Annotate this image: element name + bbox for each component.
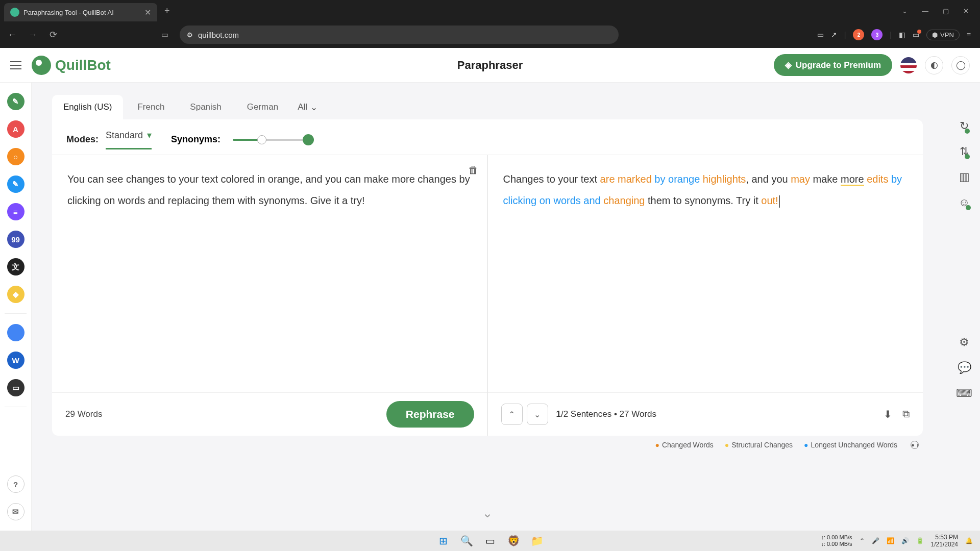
battery-icon[interactable]: 🔋 <box>916 537 924 544</box>
account-icon[interactable]: ◯ <box>951 56 970 74</box>
share-icon[interactable]: ↗ <box>831 31 837 39</box>
feedback-icon[interactable]: 💬 <box>958 361 971 374</box>
wifi-icon[interactable]: 📶 <box>887 537 894 544</box>
output-word[interactable]: edits <box>867 173 888 185</box>
tab-overview-icon[interactable]: ⌄ <box>902 7 908 15</box>
brave-rewards-icon[interactable]: 3 <box>871 29 883 40</box>
rephrase-button[interactable]: Rephrase <box>386 401 474 428</box>
language-flag-icon[interactable] <box>900 57 917 73</box>
logo-text: QuillBot <box>55 57 111 73</box>
hamburger-menu[interactable] <box>10 61 21 69</box>
input-text[interactable]: You can see changes to your text colored… <box>67 168 472 211</box>
rail-tool-2[interactable]: ○ <box>7 148 24 165</box>
clock[interactable]: 5:53 PM1/21/2024 <box>931 534 958 548</box>
volume-icon[interactable]: 🔊 <box>901 537 909 544</box>
forward-icon[interactable]: → <box>26 30 40 40</box>
output-word[interactable]: out! <box>761 195 778 206</box>
output-word[interactable]: make <box>810 173 841 185</box>
rail-tool-5[interactable]: 99 <box>7 231 24 248</box>
dropdown-arrow-icon: ▾ <box>147 130 152 141</box>
lang-tab-german[interactable]: German <box>236 95 289 119</box>
new-tab-button[interactable]: + <box>164 6 170 16</box>
legend-info-icon[interactable]: i <box>911 441 919 449</box>
copy-icon[interactable]: ⧉ <box>902 408 910 420</box>
site-settings-icon[interactable]: ⚙ <box>187 31 193 39</box>
menu-icon[interactable]: ≡ <box>967 31 971 39</box>
prev-sentence-button[interactable]: ⌃ <box>501 404 523 425</box>
output-word[interactable]: changing <box>603 195 645 206</box>
rail-tool-10[interactable]: ▭ <box>7 379 24 396</box>
rail-tool-0[interactable]: ✎ <box>7 93 24 110</box>
output-word[interactable]: may <box>791 173 810 185</box>
output-word[interactable]: more <box>841 173 864 186</box>
lang-tab-french[interactable]: French <box>126 95 176 119</box>
tab-close-icon[interactable]: ✕ <box>144 8 151 17</box>
reload-icon[interactable]: ⟳ <box>46 29 60 40</box>
mail-icon[interactable]: ✉ <box>7 503 24 520</box>
expand-down-icon[interactable]: ⌄ <box>482 506 493 520</box>
address-bar[interactable]: ⚙ quillbot.com <box>180 26 619 44</box>
output-word[interactable]: highlights <box>703 173 746 185</box>
slider-max-icon[interactable] <box>303 134 314 145</box>
left-tool-rail: ✎A○✎≡99文◆W▭?✉ <box>0 83 32 531</box>
rail-tool-6[interactable]: 文 <box>7 258 24 276</box>
task-view-icon[interactable]: ▭ <box>481 532 499 549</box>
rail-tool-4[interactable]: ≡ <box>7 203 24 220</box>
rail-tool-9[interactable]: W <box>7 352 24 369</box>
lang-tab-english[interactable]: English (US) <box>52 95 123 119</box>
bookmark-icon[interactable]: ▭ <box>161 30 168 39</box>
keyboard-icon[interactable]: ⌨ <box>956 387 972 400</box>
explorer-icon[interactable]: 📁 <box>528 532 546 549</box>
upgrade-button[interactable]: ◈ Upgrade to Premium <box>774 54 892 76</box>
rail-tool-7[interactable]: ◆ <box>7 286 24 303</box>
lang-all-dropdown[interactable]: All ⌄ <box>298 95 317 119</box>
output-word[interactable]: , and you <box>746 173 791 185</box>
tray-chevron-icon[interactable]: ⌃ <box>860 537 865 544</box>
wallet-icon[interactable]: ▭ <box>913 31 919 39</box>
close-window-icon[interactable]: ✕ <box>963 7 969 15</box>
lang-tab-spanish[interactable]: Spanish <box>179 95 232 119</box>
maximize-icon[interactable]: ▢ <box>943 7 949 15</box>
settings-icon[interactable]: ⚙ <box>959 336 969 349</box>
tone-icon[interactable]: ☺ <box>959 196 970 209</box>
minimize-icon[interactable]: — <box>922 7 928 15</box>
rail-tool-1[interactable]: A <box>7 120 24 138</box>
slider-thumb[interactable] <box>257 135 266 144</box>
output-word[interactable]: them to synonyms. Try it <box>645 195 761 206</box>
output-word[interactable]: by orange <box>652 173 703 185</box>
rail-tool-3[interactable]: ✎ <box>7 176 24 193</box>
dark-mode-icon[interactable]: ◐ <box>925 56 943 74</box>
brave-taskbar-icon[interactable]: 🦁 <box>505 532 522 549</box>
synonyms-slider[interactable] <box>233 139 309 141</box>
delete-icon[interactable]: 🗑 <box>468 164 478 176</box>
next-sentence-button[interactable]: ⌄ <box>527 404 548 425</box>
help-icon[interactable]: ? <box>7 475 24 493</box>
sentence-counter: 1/2 Sentences • 27 Words <box>556 409 657 419</box>
mode-selector[interactable]: Standard ▾ <box>106 130 152 149</box>
rail-tool-8[interactable] <box>7 324 24 341</box>
compare-icon[interactable]: ⇅ <box>960 145 969 158</box>
input-column: 🗑 You can see changes to your text color… <box>52 155 488 392</box>
pip-icon[interactable]: ▭ <box>817 31 824 39</box>
back-icon[interactable]: ← <box>5 30 19 40</box>
tab-title: Paraphrasing Tool - QuillBot AI <box>23 9 140 16</box>
page-title: Paraphraser <box>457 59 523 72</box>
start-icon[interactable]: ⊞ <box>434 532 452 549</box>
notifications-icon[interactable]: 🔔 <box>965 537 973 544</box>
legend-structural: Structural Changes <box>725 441 793 449</box>
history-icon[interactable]: ↻ <box>960 119 969 133</box>
search-icon[interactable]: 🔍 <box>458 532 475 549</box>
browser-tab[interactable]: Paraphrasing Tool - QuillBot AI ✕ <box>4 3 157 21</box>
synonyms-label: Synonyms: <box>171 134 220 145</box>
microphone-icon[interactable]: 🎤 <box>872 537 879 544</box>
brave-shield-icon[interactable]: 2 <box>853 29 864 40</box>
sidebar-toggle-icon[interactable]: ◧ <box>899 31 905 39</box>
output-text[interactable]: Changes to your text are marked by orang… <box>503 168 908 211</box>
export-icon[interactable]: ⬇ <box>884 408 892 420</box>
output-word[interactable]: are marked <box>600 173 652 185</box>
quillbot-logo[interactable]: QuillBot <box>32 56 111 75</box>
output-word[interactable]: Changes to your text <box>503 173 600 185</box>
statistics-icon[interactable]: ▥ <box>959 170 970 184</box>
legend-unchanged: Longest Unchanged Words <box>804 441 897 449</box>
vpn-button[interactable]: ⬢VPN <box>926 30 960 40</box>
